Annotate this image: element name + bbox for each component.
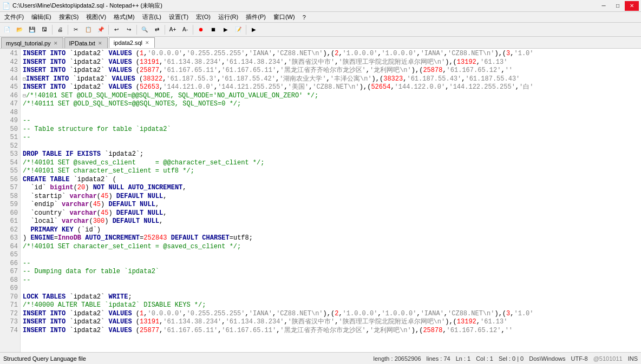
window-title: C:\Users\Mine\Desktop\ipdata2.sql - Note… <box>12 2 162 10</box>
line-number: 65 <box>2 251 18 260</box>
line-number: 51 <box>2 134 18 142</box>
toolbar-sep-7 <box>246 25 246 35</box>
code-line <box>23 251 641 260</box>
code-line: INSERT INTO `ipdata2` VALUES (13191,'61.… <box>23 58 641 67</box>
code-line: PRIMARY KEY (`id`) <box>23 226 641 235</box>
tab-ipdata-sql[interactable]: ipdata2.sql ✕ <box>109 37 155 48</box>
tab-close-ipdata-txt[interactable]: ✕ <box>97 41 103 46</box>
line-number: 45 <box>2 83 18 92</box>
tab-close-ipdata-sql[interactable]: ✕ <box>145 40 150 45</box>
menu-plugins[interactable]: 插件(P) <box>243 12 269 22</box>
tab-label-ipdata-txt: IPData.txt <box>69 40 95 47</box>
line-number: 60 <box>2 209 18 218</box>
window-controls: ─ □ ✕ <box>597 1 639 11</box>
open-button[interactable]: 📂 <box>14 24 25 36</box>
code-line <box>23 142 641 151</box>
code-line: INSERT INTO `ipdata2` VALUES (1,'0.0.0.0… <box>23 50 641 58</box>
menu-format[interactable]: 格式(M) <box>110 12 138 22</box>
menu-settings[interactable]: 设置(T) <box>166 12 192 22</box>
line-number: 53 <box>2 150 18 159</box>
status-lines: lines : 74 <box>427 355 450 362</box>
code-content[interactable]: INSERT INTO `ipdata2` VALUES (1,'0.0.0.0… <box>21 49 641 352</box>
menu-search[interactable]: 搜索(S) <box>56 12 82 22</box>
tab-close-mysql[interactable]: ✕ <box>53 41 58 46</box>
line-number: 50 <box>2 125 18 134</box>
menu-bar: 文件(F) 编辑(E) 搜索(S) 视图(V) 格式(M) 语言(L) 设置(T… <box>0 12 641 23</box>
zoom-in-button[interactable]: A+ <box>167 24 179 36</box>
status-bar: Structured Query Language file length : … <box>0 352 641 364</box>
menu-macro[interactable]: 宏(O) <box>193 12 214 22</box>
menu-help[interactable]: ? <box>299 13 309 22</box>
menu-view[interactable]: 视图(V) <box>83 12 109 22</box>
code-line: ) ENGINE=InnoDB AUTO_INCREMENT=252843 DE… <box>23 234 641 243</box>
code-line: `local` varchar(300) DEFAULT NULL, <box>23 217 641 226</box>
cut-button[interactable]: ✂ <box>70 24 82 36</box>
line-number: 43 <box>2 67 18 75</box>
run-button[interactable]: ▶ <box>248 24 260 36</box>
macro-save-button[interactable]: 📝 <box>232 24 244 36</box>
line-number: 62 <box>2 226 18 235</box>
line-numbers: 4142434445464748495051525354555657585960… <box>0 49 21 352</box>
macro-play-button[interactable]: ▶ <box>220 24 232 36</box>
line-number: 74 <box>2 327 18 335</box>
line-number: 63 <box>2 234 18 243</box>
tab-label-mysql: mysql_tutorial.py <box>6 40 51 47</box>
minimize-button[interactable]: ─ <box>597 1 611 11</box>
print-button[interactable]: 🖨 <box>54 24 66 36</box>
paste-button[interactable]: 📌 <box>95 24 107 36</box>
menu-run[interactable]: 运行(R) <box>215 12 241 22</box>
tab-label-ipdata-sql: ipdata2.sql <box>114 39 142 46</box>
line-number: 72 <box>2 310 18 319</box>
tabs-bar: mysql_tutorial.py ✕ IPData.txt ✕ ipdata2… <box>0 37 641 49</box>
line-number: 44 <box>2 75 18 84</box>
replace-button[interactable]: ⇄ <box>151 24 163 36</box>
code-line: INSERT INTO `ipdata2` VALUES (52653,'144… <box>23 83 641 92</box>
toolbar-sep-1 <box>52 25 53 35</box>
line-number: 64 <box>2 243 18 252</box>
undo-button[interactable]: ↩ <box>110 24 122 36</box>
code-line: INSERT INTO `ipdata2` VALUES (25877,'61.… <box>23 327 641 335</box>
line-number: 66 <box>2 260 18 268</box>
macro-rec-button[interactable]: ⏺ <box>195 24 207 36</box>
code-line: CREATE TABLE `ipdata2` ( <box>23 176 641 184</box>
close-button[interactable]: ✕ <box>625 1 639 11</box>
code-line: INSERT INTO `ipdata2` VALUES (25877,'61.… <box>23 67 641 75</box>
saveall-button[interactable]: 🖫 <box>38 24 50 36</box>
code-line: ⊟INSERT INTO `ipdata2` VALUES (38322,'61… <box>23 75 641 84</box>
code-line: -- Table structure for table `ipdata2` <box>23 125 641 134</box>
find-button[interactable]: 🔍 <box>139 24 151 36</box>
maximize-button[interactable]: □ <box>611 1 625 11</box>
menu-file[interactable]: 文件(F) <box>1 12 27 22</box>
line-number: 71 <box>2 301 18 310</box>
line-number: 49 <box>2 117 18 125</box>
toolbar-sep-6 <box>193 25 193 35</box>
code-line: DROP TABLE IF EXISTS `ipdata2`; <box>23 150 641 159</box>
zoom-out-button[interactable]: A- <box>179 24 191 36</box>
code-line: /*!40111 SET @OLD_SQL_NOTES=@@SQL_NOTES,… <box>23 100 641 109</box>
code-lines: INSERT INTO `ipdata2` VALUES (1,'0.0.0.0… <box>23 50 641 335</box>
menu-language[interactable]: 语言(L) <box>139 12 165 22</box>
menu-edit[interactable]: 编辑(E) <box>28 12 55 22</box>
line-number: 54 <box>2 159 18 168</box>
macro-stop-button[interactable]: ⏹ <box>207 24 219 36</box>
editor-area: 4142434445464748495051525354555657585960… <box>0 49 641 352</box>
code-line: INSERT INTO `ipdata2` VALUES (1,'0.0.0.0… <box>23 310 641 319</box>
code-line: `id` bigint(20) NOT NULL AUTO_INCREMENT, <box>23 184 641 193</box>
code-line: -- Dumping data for table `ipdata2` <box>23 268 641 276</box>
code-line: -- <box>23 276 641 285</box>
status-ins: INS <box>628 355 638 362</box>
new-button[interactable]: 📄 <box>1 24 13 36</box>
tab-mysql-tutorial[interactable]: mysql_tutorial.py ✕ <box>1 37 63 48</box>
save-button[interactable]: 💾 <box>26 24 38 36</box>
status-line-ending: Dos\Windows <box>529 355 565 362</box>
line-number: 47 <box>2 100 18 109</box>
line-number: 46 <box>2 92 18 101</box>
copy-button[interactable]: 📋 <box>82 24 94 36</box>
code-line: LOCK TABLES `ipdata2` WRITE; <box>23 293 641 302</box>
status-ln: Ln : 1 <box>456 355 471 362</box>
menu-window[interactable]: 窗口(W) <box>270 12 298 22</box>
code-line: INSERT INTO `ipdata2` VALUES (13191,'61.… <box>23 318 641 327</box>
redo-button[interactable]: ↪ <box>123 24 135 36</box>
tab-ipdata-txt[interactable]: IPData.txt ✕ <box>64 37 108 48</box>
code-line: /*!40000 ALTER TABLE `ipdata2` DISABLE K… <box>23 301 641 310</box>
